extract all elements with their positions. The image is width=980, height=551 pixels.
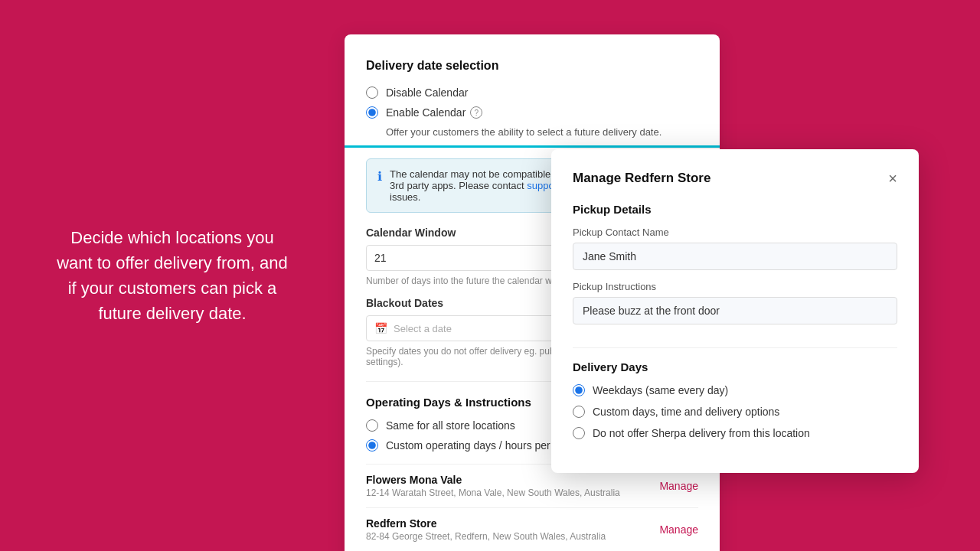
date-placeholder: Select a date <box>394 323 452 334</box>
contact-name-input[interactable] <box>573 243 897 270</box>
enable-calendar-description: Offer your customers the ability to sele… <box>386 126 698 138</box>
store-address: 12-14 Waratah Street, Mona Vale, New Sou… <box>366 487 620 498</box>
custom-days-label: Custom days, time and delivery options <box>593 406 779 418</box>
pickup-instructions-input[interactable] <box>573 297 897 324</box>
left-promo-text: Decide which locations you want to offer… <box>46 225 299 326</box>
delivery-days-title: Delivery Days <box>573 360 897 373</box>
help-icon[interactable]: ? <box>470 106 482 119</box>
custom-per-store-label: Custom operating days / hours per store <box>386 439 577 452</box>
modal-close-button[interactable]: × <box>888 171 897 186</box>
panel-title: Delivery date selection <box>366 59 698 73</box>
disable-calendar-option[interactable]: Disable Calendar <box>366 86 698 99</box>
calendar-icon: 📅 <box>374 322 387 334</box>
pickup-instructions-label: Pickup Instructions <box>573 281 897 292</box>
weekdays-radio[interactable] <box>573 384 585 396</box>
enable-calendar-label: Enable Calendar ? <box>386 106 482 119</box>
contact-name-label: Pickup Contact Name <box>573 227 897 238</box>
store-name: Redfern Store <box>366 517 606 530</box>
weekdays-label: Weekdays (same every day) <box>593 384 728 396</box>
modal-title: Manage Redfern Store <box>573 171 710 186</box>
delivery-no-sherpa-option[interactable]: Do not offer Sherpa delivery from this l… <box>573 427 897 439</box>
manage-link-flowers[interactable]: Manage <box>659 480 698 492</box>
store-name: Flowers Mona Vale <box>366 474 620 486</box>
store-item-redfern: Redfern Store 82-84 George Street, Redfe… <box>366 507 698 551</box>
manage-store-modal: Manage Redfern Store × Pickup Details Pi… <box>551 149 919 473</box>
no-sherpa-label: Do not offer Sherpa delivery from this l… <box>593 427 810 439</box>
delivery-custom-option[interactable]: Custom days, time and delivery options <box>573 406 897 418</box>
same-for-all-radio[interactable] <box>366 419 378 432</box>
no-sherpa-radio[interactable] <box>573 427 585 439</box>
store-list: Flowers Mona Vale 12-14 Waratah Street, … <box>366 464 698 551</box>
enable-calendar-radio[interactable] <box>366 106 378 119</box>
custom-per-store-radio[interactable] <box>366 439 378 452</box>
same-for-all-label: Same for all store locations <box>386 419 515 432</box>
info-icon: ℹ <box>377 169 382 203</box>
modal-header: Manage Redfern Store × <box>573 171 897 186</box>
enable-calendar-option[interactable]: Enable Calendar ? <box>366 106 698 119</box>
modal-divider <box>573 347 897 348</box>
disable-calendar-label: Disable Calendar <box>386 86 468 99</box>
teal-accent-bar <box>345 145 720 148</box>
store-address: 82-84 George Street, Redfern, New South … <box>366 531 606 542</box>
manage-link-redfern[interactable]: Manage <box>659 523 698 536</box>
delivery-weekdays-option[interactable]: Weekdays (same every day) <box>573 384 897 396</box>
custom-days-radio[interactable] <box>573 406 585 418</box>
disable-calendar-radio[interactable] <box>366 86 378 99</box>
pickup-details-title: Pickup Details <box>573 203 897 216</box>
calendar-options: Disable Calendar Enable Calendar ? Offer… <box>366 86 698 138</box>
